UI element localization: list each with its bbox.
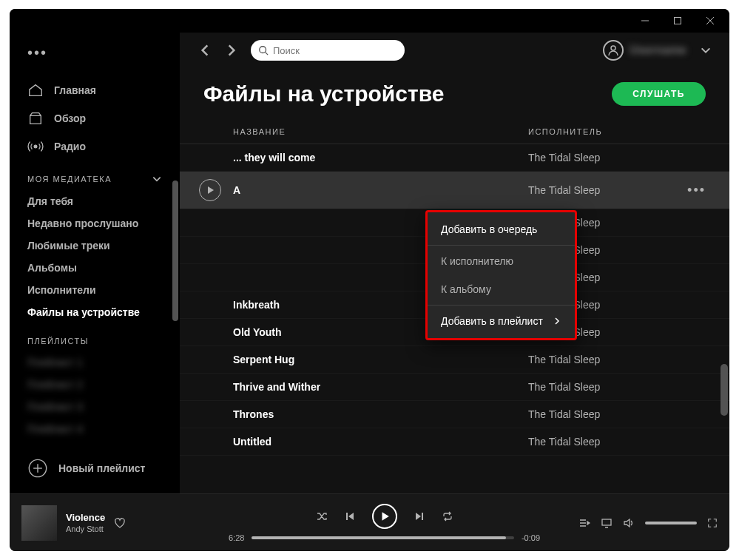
playlist-item[interactable]: Плейлист 4 bbox=[16, 418, 174, 440]
search-input[interactable] bbox=[273, 45, 397, 56]
app-window: ••• Главная Обзор Радио МОЯ МЕДИАТЕКА Дл… bbox=[10, 9, 729, 551]
user-name: Username bbox=[630, 44, 686, 57]
previous-button[interactable] bbox=[344, 510, 356, 522]
content-scrollbar[interactable] bbox=[721, 364, 728, 416]
table-header: НАЗВАНИЕ ИСПОЛНИТЕЛЬ bbox=[180, 120, 729, 144]
play-track-icon[interactable] bbox=[199, 179, 221, 201]
track-title: Serpent Hug bbox=[233, 354, 528, 365]
user-menu[interactable]: Username bbox=[603, 40, 712, 61]
track-title: A bbox=[233, 184, 528, 196]
progress-bar[interactable] bbox=[252, 536, 514, 539]
track-row[interactable]: ThronesThe Tidal Sleep bbox=[180, 401, 729, 428]
library-artists[interactable]: Исполнители bbox=[16, 279, 174, 301]
playlist-item[interactable]: Плейлист 3 bbox=[16, 396, 174, 418]
context-menu: Добавить в очередь К исполнителю К альбо… bbox=[425, 210, 577, 340]
track-row[interactable]: AThe Tidal Sleep••• bbox=[180, 172, 729, 209]
maximize-button[interactable] bbox=[661, 10, 694, 31]
nav-label: Радио bbox=[54, 141, 86, 152]
playlist-item[interactable]: Плейлист 2 bbox=[16, 374, 174, 396]
forward-button[interactable] bbox=[224, 43, 239, 58]
sidebar: ••• Главная Обзор Радио МОЯ МЕДИАТЕКА Дл… bbox=[10, 33, 180, 493]
svg-point-4 bbox=[34, 145, 37, 148]
library-albums[interactable]: Альбомы bbox=[16, 257, 174, 279]
track-artist: The Tidal Sleep bbox=[528, 436, 706, 448]
titlebar bbox=[10, 9, 729, 33]
new-playlist-button[interactable]: Новый плейлист bbox=[16, 446, 174, 490]
now-playing-artist[interactable]: Andy Stott bbox=[66, 524, 105, 533]
search-icon bbox=[258, 45, 269, 55]
svg-rect-11 bbox=[602, 519, 611, 525]
track-title: Untitled bbox=[233, 436, 528, 448]
heart-icon[interactable] bbox=[114, 517, 126, 529]
devices-button[interactable] bbox=[601, 517, 613, 529]
fullscreen-button[interactable] bbox=[707, 518, 718, 528]
next-button[interactable] bbox=[414, 510, 425, 522]
back-button[interactable] bbox=[198, 43, 212, 58]
library-for-you[interactable]: Для тебя bbox=[16, 190, 174, 212]
context-to-album[interactable]: К альбому bbox=[428, 275, 575, 303]
queue-button[interactable] bbox=[578, 517, 590, 529]
svg-point-8 bbox=[260, 47, 266, 53]
nav-browse[interactable]: Обзор bbox=[16, 104, 174, 132]
nav-home[interactable]: Главная bbox=[16, 76, 174, 104]
elapsed-time: 6:28 bbox=[229, 533, 244, 542]
search-box[interactable] bbox=[251, 40, 405, 61]
page-title: Файлы на устройстве bbox=[203, 81, 444, 107]
nav-label: Главная bbox=[54, 84, 96, 96]
volume-slider[interactable] bbox=[645, 522, 697, 524]
remaining-time: -0:09 bbox=[522, 533, 540, 542]
track-row[interactable]: ... they will comeThe Tidal Sleep bbox=[180, 144, 729, 172]
browse-icon bbox=[27, 110, 44, 126]
playlists-header: ПЛЕЙЛИСТЫ bbox=[16, 323, 174, 351]
radio-icon bbox=[27, 138, 44, 155]
minimize-button[interactable] bbox=[629, 10, 661, 31]
shuffle-button[interactable] bbox=[316, 510, 328, 522]
home-icon bbox=[27, 82, 44, 98]
content-area: Username Файлы на устройстве СЛУШАТЬ НАЗ… bbox=[180, 33, 729, 493]
library-header: МОЯ МЕДИАТЕКА bbox=[16, 161, 174, 190]
svg-rect-1 bbox=[675, 18, 681, 24]
chevron-down-icon[interactable] bbox=[152, 174, 162, 184]
sidebar-scrollbar[interactable] bbox=[172, 181, 178, 321]
topbar: Username bbox=[180, 33, 729, 68]
nav-radio[interactable]: Радио bbox=[16, 132, 174, 161]
track-artist: The Tidal Sleep bbox=[528, 408, 706, 420]
volume-icon[interactable] bbox=[623, 517, 635, 529]
track-artist: The Tidal Sleep bbox=[528, 152, 706, 163]
repeat-button[interactable] bbox=[442, 510, 453, 522]
track-title: Thrones bbox=[233, 408, 528, 420]
track-row[interactable]: Serpent HugThe Tidal Sleep bbox=[180, 346, 729, 374]
library-liked[interactable]: Любимые треки bbox=[16, 235, 174, 257]
context-add-playlist[interactable]: Добавить в плейлист bbox=[428, 307, 575, 335]
nav-label: Обзор bbox=[54, 112, 86, 124]
chevron-down-icon bbox=[700, 44, 712, 56]
play-button[interactable] bbox=[372, 504, 397, 529]
now-playing-track[interactable]: Violence bbox=[66, 512, 105, 523]
plus-circle-icon bbox=[27, 458, 48, 479]
track-row[interactable]: UntitledThe Tidal Sleep bbox=[180, 428, 729, 456]
track-artist: The Tidal Sleep bbox=[528, 381, 706, 393]
col-artist-header: ИСПОЛНИТЕЛЬ bbox=[528, 127, 706, 136]
app-menu-button[interactable]: ••• bbox=[16, 33, 174, 76]
album-art[interactable] bbox=[21, 505, 57, 541]
svg-line-9 bbox=[266, 53, 269, 55]
user-avatar-icon bbox=[603, 40, 624, 61]
context-add-queue[interactable]: Добавить в очередь bbox=[428, 215, 575, 243]
track-title: Thrive and Wither bbox=[233, 381, 528, 393]
player-bar: Violence Andy Stott 6:28 -0:09 bbox=[10, 493, 729, 551]
library-local-files[interactable]: Файлы на устройстве bbox=[16, 301, 174, 323]
playlist-item[interactable]: Плейлист 1 bbox=[16, 351, 174, 374]
col-title-header: НАЗВАНИЕ bbox=[233, 127, 528, 136]
svg-point-10 bbox=[611, 46, 615, 50]
track-artist: The Tidal Sleep bbox=[528, 354, 706, 365]
track-more-button[interactable]: ••• bbox=[687, 183, 706, 198]
track-title: ... they will come bbox=[233, 152, 528, 163]
chevron-right-icon bbox=[553, 317, 561, 325]
context-to-artist[interactable]: К исполнителю bbox=[428, 247, 575, 275]
track-row[interactable]: Thrive and WitherThe Tidal Sleep bbox=[180, 374, 729, 401]
listen-button[interactable]: СЛУШАТЬ bbox=[612, 82, 706, 106]
library-recent[interactable]: Недавно прослушано bbox=[16, 212, 174, 235]
track-artist: The Tidal Sleep bbox=[528, 184, 706, 196]
close-button[interactable] bbox=[694, 10, 726, 31]
